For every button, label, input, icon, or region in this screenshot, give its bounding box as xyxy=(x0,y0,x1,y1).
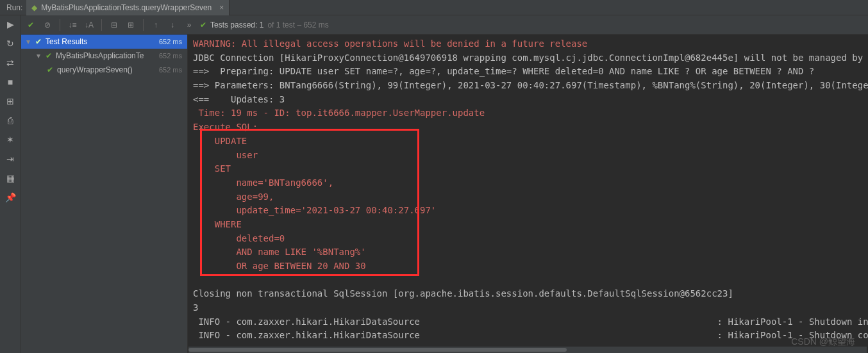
console-line: JDBC Connection [HikariProxyConnection@1… xyxy=(193,53,868,63)
horizontal-scrollbar[interactable] xyxy=(188,347,867,353)
run-label: Run: xyxy=(3,3,26,12)
console-line: UPDATE xyxy=(193,136,247,146)
chevron-down-icon[interactable]: ▾ xyxy=(25,37,31,46)
tab-title: MyBatisPlusApplicationTests.queryWrapper… xyxy=(41,3,212,12)
console-line: user xyxy=(193,150,263,160)
console-line: AND name LIKE '%BNTang%' xyxy=(193,247,371,257)
console-line: age=99, xyxy=(193,192,274,202)
console-line: Closing non transactional SqlSession [or… xyxy=(193,288,733,299)
close-icon[interactable]: × xyxy=(219,3,224,12)
run-config-tab[interactable]: ◆ MyBatisPlusApplicationTests.queryWrapp… xyxy=(26,0,230,15)
console-line: Time: 19 ms - ID: top.it6666.mapper.User… xyxy=(193,108,485,118)
check-icon: ✔ xyxy=(200,21,206,29)
test-status: ✔ Tests passed: 1 of 1 test – 652 ms xyxy=(200,21,329,29)
tree-root[interactable]: ▾ ✔ Test Results 652 ms xyxy=(21,35,187,49)
console-line: Execute SQL: xyxy=(193,122,258,132)
more-icon[interactable]: » xyxy=(183,19,195,31)
tree-label: Test Results xyxy=(46,37,155,46)
test-toolbar: ✔ ⊘ ↓≡ ↓A ⊟ ⊞ ↑ ↓ » ✔ Tests passed: 1 of… xyxy=(21,15,868,35)
exit-icon[interactable]: ⇥ xyxy=(5,154,15,164)
chevron-down-icon[interactable]: ▾ xyxy=(35,51,42,60)
tree-time: 652 ms xyxy=(159,38,182,45)
tests-passed-detail: of 1 test – 652 ms xyxy=(267,21,328,29)
run-icon[interactable]: ▶ xyxy=(5,19,15,29)
layout-icon[interactable]: ⊞ xyxy=(5,96,15,106)
sort-alpha-icon[interactable]: ↓A xyxy=(83,19,95,31)
console-line: ==> Parameters: BNTang6666(String), 99(I… xyxy=(193,80,868,90)
console-line: INFO - com.zaxxer.hikari.HikariDataSourc… xyxy=(193,316,420,327)
prev-icon[interactable]: ↑ xyxy=(150,19,162,31)
console-line: OR age BETWEEN 20 AND 30 xyxy=(193,261,366,271)
pass-icon: ✔ xyxy=(47,65,53,74)
next-icon[interactable]: ↓ xyxy=(167,19,178,31)
pass-icon: ✔ xyxy=(46,51,52,60)
console-line: 3 xyxy=(193,302,198,313)
console-line: name='BNTang6666', xyxy=(193,177,333,188)
rerun-icon[interactable]: ↻ xyxy=(5,38,15,49)
console-line: : HikariPool-1 - Shutdown initiated... xyxy=(647,316,868,327)
sort-icon[interactable]: ↓≡ xyxy=(67,19,78,31)
expand-icon[interactable]: ⊟ xyxy=(108,19,120,31)
tree-time: 652 ms xyxy=(159,52,182,60)
test-tree[interactable]: ▾ ✔ Test Results 652 ms ▾ ✔ MyBatisPlusA… xyxy=(21,35,188,353)
console-line: WARNING: All illegal access operations w… xyxy=(193,38,587,49)
pin-icon[interactable]: 📌 xyxy=(5,192,15,202)
camera-icon[interactable]: ⎙ xyxy=(5,115,15,126)
console-line: <== Updates: 3 xyxy=(193,94,285,104)
console-line: update_time='2021-03-27 00:40:27.697' xyxy=(193,205,442,215)
show-ignored-icon[interactable]: ⊘ xyxy=(42,19,53,31)
watermark: CSDN @鲸望海 xyxy=(791,336,855,348)
collapse-icon[interactable]: ⊞ xyxy=(125,19,137,31)
separator xyxy=(101,19,102,31)
console-line: WHERE xyxy=(193,219,242,229)
tree-time: 652 ms xyxy=(159,66,182,74)
tree-node[interactable]: ▾ ✔ MyBatisPlusApplicationTe 652 ms xyxy=(21,49,187,63)
grid-icon[interactable]: ▦ xyxy=(5,173,15,183)
test-icon: ◆ xyxy=(31,3,37,12)
show-passed-icon[interactable]: ✔ xyxy=(25,19,37,31)
scrollbar-thumb[interactable] xyxy=(188,348,567,352)
separator xyxy=(143,19,144,31)
toggle-icon[interactable]: ⇄ xyxy=(5,58,15,68)
separator xyxy=(60,19,60,31)
settings-icon[interactable]: ✶ xyxy=(5,135,15,145)
stop-icon[interactable]: ■ xyxy=(5,77,15,87)
console-line: SET xyxy=(193,163,231,174)
console-output[interactable]: WARNING: All illegal access operations w… xyxy=(188,35,868,353)
console-line: ==> Preparing: UPDATE user SET name=?, a… xyxy=(193,66,814,76)
console-line: deleted=0 xyxy=(193,233,290,243)
tests-passed-count: Tests passed: 1 xyxy=(210,21,263,29)
tree-leaf[interactable]: ✔ queryWrapperSeven() 652 ms xyxy=(21,63,187,77)
tree-label: MyBatisPlusApplicationTe xyxy=(56,51,155,60)
tool-window-header: Run: ◆ MyBatisPlusApplicationTests.query… xyxy=(0,0,868,15)
tree-label: queryWrapperSeven() xyxy=(57,65,155,74)
console-line: INFO - com.zaxxer.hikari.HikariDataSourc… xyxy=(193,330,420,340)
pass-icon: ✔ xyxy=(35,37,42,46)
left-gutter: ▶ ↻ ⇄ ■ ⊞ ⎙ ✶ ⇥ ▦ 📌 xyxy=(0,15,21,353)
